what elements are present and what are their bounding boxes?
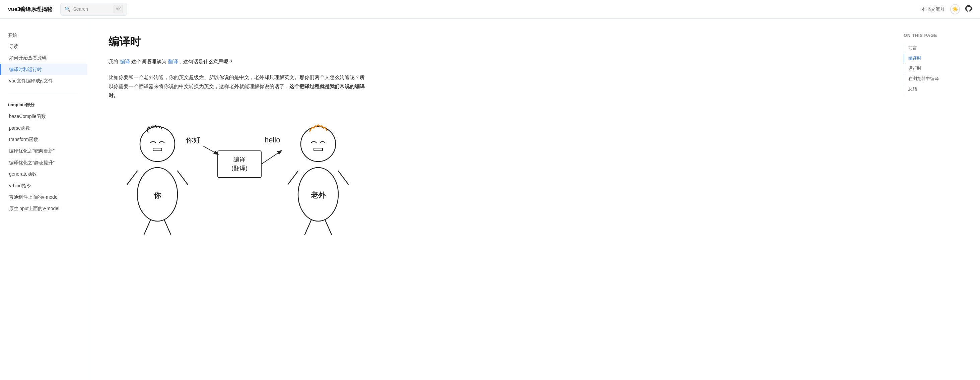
svg-rect-1 (153, 148, 162, 151)
sidebar-item-static-hoist[interactable]: 编译优化之"静态提升" (0, 157, 87, 168)
layout: 开始 导读 如何开始查看源码 编译时和运行时 vue文件编译成js文件 temp… (0, 19, 980, 380)
search-bar[interactable]: 🔍 Search ⌘K (60, 3, 127, 16)
svg-point-0 (140, 127, 175, 161)
sidebar-divider (8, 92, 79, 92)
svg-line-4 (127, 171, 137, 184)
on-this-page-sidebar: On this page 前言 编译时 运行时 在浏览器中编译 总结 (898, 27, 972, 100)
sun-icon: ☀️ (951, 5, 959, 13)
svg-line-5 (178, 171, 188, 184)
search-shortcut: ⌘K (113, 5, 123, 13)
sidebar-section-start: 开始 (0, 29, 87, 40)
svg-line-6 (144, 219, 151, 235)
toc-item-runtime[interactable]: 运行时 (904, 64, 967, 73)
svg-line-19 (288, 171, 298, 184)
sidebar-item-vmodel-input[interactable]: 原生input上面的v-model (0, 203, 87, 214)
illustration: 你 你好 编译 (翻译) hello (108, 110, 367, 238)
intro-paragraph: 我将 编译 这个词语理解为 翻译，这句话是什么意思呢？ (108, 57, 367, 66)
search-placeholder: Search (73, 5, 111, 13)
sidebar-item-parse[interactable]: parse函数 (0, 122, 87, 134)
main-content: 编译时 我将 编译 这个词语理解为 翻译，这句话是什么意思呢？ 比如你要和一个老… (87, 19, 388, 380)
svg-text:老外: 老外 (310, 191, 326, 200)
site-title: vue3编译原理揭秘 (8, 5, 52, 14)
sidebar-item-target-update[interactable]: 编译优化之"靶向更新" (0, 145, 87, 156)
theme-toggle[interactable]: ☀️ (950, 4, 960, 14)
svg-line-21 (305, 219, 312, 235)
toc-item-summary[interactable]: 总结 (904, 85, 967, 94)
svg-line-20 (338, 171, 348, 184)
para1-word2: 翻译 (168, 59, 178, 64)
svg-text:你好: 你好 (186, 136, 200, 144)
para1-before: 我将 (108, 59, 120, 64)
para1-word1: 编译 (120, 59, 130, 64)
sidebar-item-vue-to-js[interactable]: vue文件编译成js文件 (0, 75, 87, 86)
sidebar-item-source[interactable]: 如何开始查看源码 (0, 52, 87, 63)
sidebar-group-template: template部分 (0, 97, 87, 110)
sidebar-item-vmodel-comp[interactable]: 普通组件上面的v-model (0, 192, 87, 203)
svg-line-22 (325, 219, 332, 235)
sidebar: 开始 导读 如何开始查看源码 编译时和运行时 vue文件编译成js文件 temp… (0, 19, 87, 380)
sidebar-item-generate[interactable]: generate函数 (0, 168, 87, 180)
para1-middle: 这个词语理解为 (130, 59, 168, 64)
github-icon[interactable] (965, 4, 972, 15)
header-left: vue3编译原理揭秘 🔍 Search ⌘K (8, 3, 127, 16)
sidebar-item-vbind[interactable]: v-bind指令 (0, 180, 87, 192)
sidebar-item-basecompile[interactable]: baseCompile函数 (0, 110, 87, 122)
on-this-page-title: On this page (904, 32, 967, 39)
toc-item-compile-time[interactable]: 编译时 (904, 54, 967, 63)
svg-text:你: 你 (153, 191, 161, 200)
toc-item-preface[interactable]: 前言 (904, 43, 967, 53)
svg-text:编译: 编译 (234, 156, 245, 163)
svg-rect-16 (314, 148, 323, 151)
page-title: 编译时 (108, 35, 367, 49)
svg-line-9 (203, 146, 218, 154)
header: vue3编译原理揭秘 🔍 Search ⌘K 本书交流群 ☀️ (0, 0, 980, 19)
translation-diagram: 你 你好 编译 (翻译) hello (121, 110, 355, 238)
explanation-paragraph: 比如你要和一个老外沟通，你的英文超级烂。所以你说的是中文，老外却只理解英文。那你… (108, 73, 367, 100)
toc-item-browser-compile[interactable]: 在浏览器中编译 (904, 74, 967, 84)
header-right: 本书交流群 ☀️ (921, 4, 972, 15)
svg-text:(翻译): (翻译) (231, 165, 248, 172)
svg-rect-10 (218, 151, 261, 177)
nav-link[interactable]: 本书交流群 (921, 5, 945, 13)
svg-line-7 (164, 219, 171, 235)
sidebar-item-compile-runtime[interactable]: 编译时和运行时 (0, 64, 87, 75)
svg-point-15 (301, 127, 336, 161)
sidebar-item-transform[interactable]: transform函数 (0, 134, 87, 145)
svg-text:hello: hello (265, 136, 280, 144)
search-icon: 🔍 (65, 5, 70, 13)
sidebar-item-guide[interactable]: 导读 (0, 40, 87, 52)
svg-line-13 (261, 151, 282, 164)
para1-after: ，这句话是什么意思呢？ (178, 59, 234, 64)
